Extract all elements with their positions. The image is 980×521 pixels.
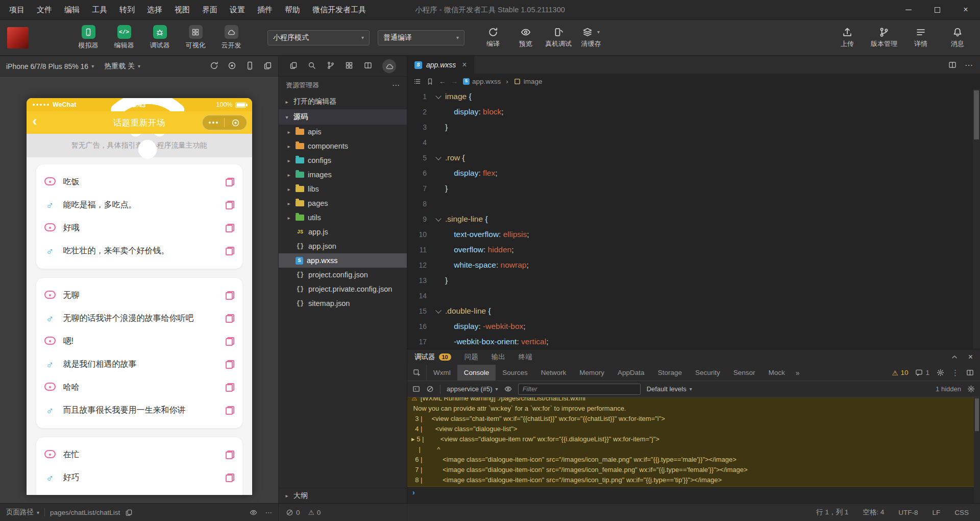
- tree-item[interactable]: {}project.config.json: [279, 268, 407, 282]
- split-button[interactable]: [364, 61, 372, 72]
- menu-item-11[interactable]: 微信开发者工具: [306, 0, 372, 19]
- hot-reload-dropdown[interactable]: 热重载 关 ▾: [104, 62, 140, 71]
- exit-button[interactable]: [225, 115, 247, 130]
- close-button[interactable]: ×: [951, 0, 980, 19]
- tree-item[interactable]: JSapp.js: [279, 225, 407, 239]
- fold-icon[interactable]: [435, 89, 445, 104]
- menu-item-6[interactable]: 视图: [168, 0, 196, 19]
- context-dropdown[interactable]: appservice (#5) ▾: [447, 385, 498, 393]
- eol[interactable]: LF: [932, 509, 940, 516]
- more-icon[interactable]: ⋯: [265, 508, 273, 516]
- mode-dropdown[interactable]: 小程序模式 ▾: [267, 30, 370, 45]
- log-levels-dropdown[interactable]: Default levels ▾: [647, 385, 692, 393]
- tree-item[interactable]: {}sitemap.json: [279, 296, 407, 311]
- branch-button[interactable]: [327, 61, 335, 72]
- files-button[interactable]: [289, 61, 298, 72]
- clear-console-icon[interactable]: [426, 385, 434, 393]
- devtools-tab-sources[interactable]: Sources: [496, 365, 534, 381]
- action-1[interactable]: 预览: [511, 27, 540, 49]
- copy-icon[interactable]: [226, 473, 234, 482]
- copy-icon[interactable]: [226, 224, 234, 232]
- console-sidebar-icon[interactable]: [412, 385, 420, 393]
- scrollbar-thumb[interactable]: [974, 90, 979, 139]
- page-path-dropdown[interactable]: 页面路径 ▾: [6, 508, 39, 517]
- more-icon[interactable]: ⋯: [965, 60, 973, 70]
- console-warning-message[interactable]: ⚠[WXML Runtime warning] ./pages/chatList…: [407, 397, 980, 487]
- breadcrumb-symbol[interactable]: image: [513, 78, 543, 85]
- console-output[interactable]: ⚠[WXML Runtime warning] ./pages/chatList…: [407, 397, 980, 503]
- code-editor[interactable]: 1image {2 display: block;3}45.row {6 dis…: [407, 89, 980, 349]
- outline-section[interactable]: ▸ 大纲: [279, 488, 407, 503]
- warning-counter[interactable]: ⚠ 0: [308, 508, 321, 516]
- toolbar-button-1[interactable]: </>编辑器: [109, 25, 139, 50]
- fold-icon[interactable]: [435, 303, 445, 319]
- outline-list-icon[interactable]: [413, 78, 421, 85]
- error-counter[interactable]: 0: [286, 509, 300, 516]
- panel-tab-3[interactable]: 终端: [519, 352, 532, 362]
- tree-item[interactable]: ▸images: [279, 168, 407, 182]
- minimize-button[interactable]: ─: [894, 0, 923, 19]
- console-prompt[interactable]: ›: [407, 487, 980, 498]
- right-action-1[interactable]: 版本管理: [870, 27, 898, 49]
- chat-row[interactable]: 好哦: [44, 217, 234, 240]
- editor-scrollbar[interactable]: [973, 89, 980, 349]
- indentation[interactable]: 空格: 4: [863, 508, 884, 517]
- warning-counter[interactable]: ⚠ 10: [892, 369, 908, 377]
- console-scrollbar[interactable]: [974, 397, 980, 503]
- chat-row[interactable]: ♂能吃是福，多吃点。: [44, 194, 234, 217]
- devtools-tab-sensor[interactable]: Sensor: [727, 365, 762, 381]
- toolbar-button-0[interactable]: 模拟器: [74, 25, 103, 50]
- copy-icon[interactable]: [226, 360, 234, 369]
- copy-icon[interactable]: [226, 247, 234, 255]
- copy-icon[interactable]: [226, 201, 234, 209]
- popout-button[interactable]: [263, 61, 272, 72]
- more-button[interactable]: [203, 115, 225, 130]
- menu-item-10[interactable]: 帮助: [279, 0, 306, 19]
- copy-icon[interactable]: [226, 291, 234, 300]
- tree-item[interactable]: ▸apis: [279, 125, 407, 139]
- chat-row[interactable]: 无聊: [44, 284, 234, 307]
- menu-item-5[interactable]: 选择: [141, 0, 168, 19]
- chat-row[interactable]: 吃饭: [44, 171, 234, 194]
- split-editor-icon[interactable]: [948, 61, 957, 69]
- dock-side-icon[interactable]: [966, 369, 974, 376]
- action-2[interactable]: 真机调试: [544, 27, 573, 49]
- issue-counter[interactable]: 1: [915, 369, 929, 376]
- menu-item-3[interactable]: 工具: [86, 0, 113, 19]
- tree-item[interactable]: ▸configs: [279, 153, 407, 168]
- chat-row[interactable]: 哈哈: [44, 376, 234, 399]
- cloud-button[interactable]: [382, 59, 396, 73]
- menu-item-7[interactable]: 界面: [196, 0, 224, 19]
- copy-icon[interactable]: [226, 383, 234, 392]
- restart-button[interactable]: [210, 61, 218, 72]
- toolbar-button-4[interactable]: 云开发: [216, 25, 246, 50]
- toolbar-button-3[interactable]: 可视化: [181, 25, 210, 50]
- language-mode[interactable]: CSS: [954, 509, 969, 516]
- kebab-menu-icon[interactable]: ⋮: [951, 368, 959, 377]
- menu-item-9[interactable]: 插件: [251, 0, 279, 19]
- chat-row[interactable]: [44, 489, 234, 495]
- fold-icon[interactable]: [435, 150, 445, 165]
- more-icon[interactable]: ⋯: [392, 81, 400, 90]
- explorer-section-0[interactable]: ▸打开的编辑器: [279, 94, 407, 109]
- tree-item[interactable]: ▸utils: [279, 210, 407, 225]
- collapse-panel-icon[interactable]: [951, 353, 958, 361]
- chat-row[interactable]: ♂就是我们相遇的故事: [44, 353, 234, 376]
- filter-input[interactable]: [518, 384, 641, 395]
- copy-icon[interactable]: [226, 314, 234, 323]
- device-dropdown[interactable]: iPhone 6/7/8 Plus 85% 16 ▾: [6, 62, 94, 70]
- eye-icon[interactable]: [250, 509, 257, 516]
- chat-row[interactable]: ♂无聊的话我讲个浪漫的故事给你听吧: [44, 307, 234, 330]
- explorer-section-1[interactable]: ▾源码: [279, 109, 407, 125]
- copy-path-icon[interactable]: [125, 509, 133, 516]
- cursor-position[interactable]: 行 1，列 1: [816, 508, 848, 517]
- copy-icon[interactable]: [226, 178, 234, 186]
- tree-item[interactable]: Sapp.wxss: [279, 253, 407, 268]
- action-0[interactable]: 编译: [479, 27, 507, 49]
- settings-gear-icon[interactable]: [937, 369, 944, 376]
- tree-item[interactable]: ▸components: [279, 139, 407, 153]
- forward-arrow-icon[interactable]: →: [451, 78, 458, 85]
- back-arrow-icon[interactable]: ←: [439, 78, 446, 85]
- tree-item[interactable]: {}app.json: [279, 239, 407, 253]
- encoding[interactable]: UTF-8: [898, 509, 918, 516]
